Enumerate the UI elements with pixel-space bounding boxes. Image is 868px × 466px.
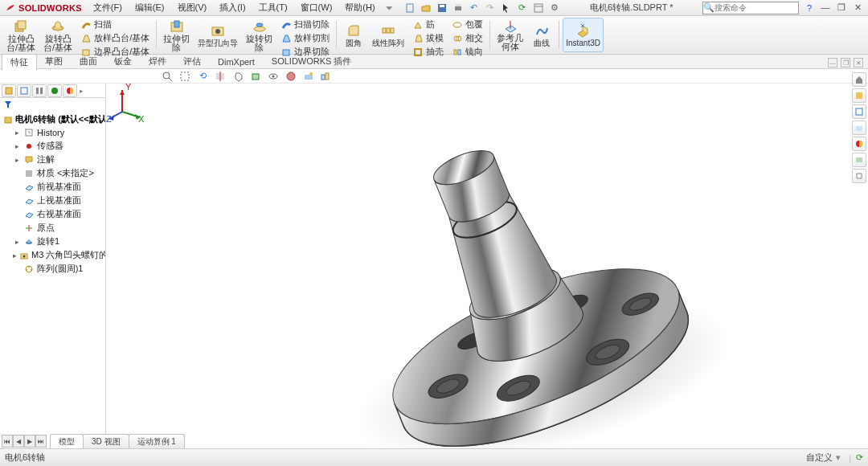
tab-model[interactable]: 模型 [50,434,84,449]
expand-icon[interactable]: ▸ [13,156,21,164]
menu-dropdown-icon[interactable]: ⏷ [385,3,394,13]
save-icon[interactable] [436,2,448,14]
tab-surfaces[interactable]: 曲面 [72,54,106,69]
close-icon[interactable]: ✕ [852,2,863,13]
tree-item-cirpat[interactable]: 阵列(圆周)1 [2,262,104,276]
ref-geometry-button[interactable]: 参考几何体 [493,18,526,52]
fillet-button[interactable]: 圆角 [340,18,367,52]
view-settings-icon[interactable] [320,70,333,83]
tab-features[interactable]: 特征 [2,54,37,71]
taskpane-home-icon[interactable] [852,72,866,87]
doc-minimize-icon[interactable]: — [828,58,837,67]
fm-tab-display[interactable] [63,84,77,97]
select-icon[interactable] [500,2,513,14]
settings-icon[interactable]: ⚙ [548,2,561,14]
section-view-icon[interactable] [214,70,227,83]
menu-help[interactable]: 帮助(H) [338,0,381,15]
hide-show-icon[interactable] [267,70,280,83]
expand-icon[interactable]: ▸ [13,238,21,246]
tab-scroll-next-icon[interactable]: ▶ [24,435,35,448]
menu-tools[interactable]: 工具(T) [252,0,294,15]
revolve-cut-button[interactable]: 旋转切除 [243,18,276,52]
tree-item-history[interactable]: ▸History [2,126,104,139]
menu-insert[interactable]: 插入(I) [213,0,252,15]
loft-button[interactable]: 放样凸台/基体 [77,31,153,45]
tab-scroll-prev-icon[interactable]: ◀ [13,435,24,448]
taskpane-library-icon[interactable] [852,104,866,119]
tab-dimxpert[interactable]: DimXpert [210,55,264,68]
zoom-area-icon[interactable] [178,70,191,83]
fm-tab-tree[interactable] [2,84,16,97]
tab-scroll-last-icon[interactable]: ⏭ [35,435,47,448]
tab-weldments[interactable]: 焊件 [141,54,175,69]
fm-tab-dimxpert[interactable] [47,84,62,97]
maximize-icon[interactable]: ❐ [836,2,847,13]
instant3d-button[interactable]: Instant3D [563,18,604,52]
tree-item-material[interactable]: 材质 <未指定> [2,166,104,180]
curves-button[interactable]: 曲线 [528,18,555,52]
tab-evaluate[interactable]: 评估 [175,54,210,69]
menu-file[interactable]: 文件(F) [87,0,129,15]
apply-scene-icon[interactable] [302,70,315,83]
wrap-button[interactable]: 包覆 [448,18,486,31]
tab-3dview[interactable]: 3D 视图 [83,434,129,449]
menu-window[interactable]: 窗口(W) [294,0,339,15]
revolve-boss-button[interactable]: 旋转凸台/基体 [40,18,76,52]
minimize-icon[interactable]: — [820,2,831,13]
options-icon[interactable] [532,2,545,14]
edit-appearance-icon[interactable] [285,70,297,83]
zoom-fit-icon[interactable] [161,70,174,83]
doc-close-icon[interactable]: ✕ [854,58,863,67]
tree-root[interactable]: 电机6转轴 (默认<<默认>_显 [2,112,104,126]
status-rebuild-icon[interactable]: ⟳ [856,452,863,463]
taskpane-explorer-icon[interactable] [852,121,866,135]
tab-sketch[interactable]: 草图 [37,54,72,69]
menu-view[interactable]: 视图(V) [171,0,214,15]
new-doc-icon[interactable] [403,2,416,14]
tree-item-plane[interactable]: 前视基准面 [2,180,104,194]
tree-item-revolve[interactable]: ▸旋转1 [2,235,104,248]
view-triad[interactable]: Y Z X [106,84,146,124]
taskpane-resources-icon[interactable] [852,88,866,103]
tab-addins[interactable]: SOLIDWORKS 插件 [264,54,361,69]
undo-icon[interactable]: ↶ [468,2,481,14]
taskpane-view-palette-icon[interactable] [852,137,866,151]
extrude-cut-button[interactable]: 拉伸切除 [160,18,193,52]
loft-cut-button[interactable]: 放样切割 [277,31,333,45]
intersect-button[interactable]: 相交 [448,31,486,45]
search-input[interactable] [714,3,787,12]
tab-motion-study[interactable]: 运动算例 1 [129,434,185,449]
sweep-button[interactable]: 扫描 [77,18,153,31]
search-command-box[interactable]: 🔍 [702,2,799,14]
tab-scroll-first-icon[interactable]: ⏮ [2,435,13,448]
expand-icon[interactable]: ▸ [13,251,17,260]
open-doc-icon[interactable] [420,2,432,14]
print-icon[interactable] [452,2,465,14]
status-dropdown-icon[interactable]: ▾ [836,452,841,463]
tree-item-origin[interactable]: 原点 [2,221,104,235]
draft-button[interactable]: 拔模 [409,31,447,45]
prev-view-icon[interactable]: ⟲ [196,70,209,83]
taskpane-custom-icon[interactable] [852,169,866,183]
tree-item-plane[interactable]: 右视基准面 [2,207,104,221]
tree-item-plane[interactable]: 上视基准面 [2,194,104,207]
rebuild-icon[interactable]: ⟳ [516,2,529,14]
display-style-icon[interactable] [249,70,262,83]
fm-tab-config[interactable] [32,84,47,97]
fm-tab-more-icon[interactable]: ▸ [80,87,84,95]
tree-item-hole[interactable]: ▸M3 六角凹头螺钉的柱形沉 [2,248,104,262]
hole-wizard-button[interactable]: 异型孔向导 [194,18,241,52]
taskpane-appearances-icon[interactable] [852,153,866,167]
tab-sheetmetal[interactable]: 钣金 [106,54,141,69]
status-units[interactable]: 自定义 [806,452,833,464]
view-orientation-icon[interactable] [231,70,244,83]
sweep-cut-button[interactable]: 扫描切除 [277,18,333,31]
redo-icon[interactable]: ↷ [484,2,497,14]
fm-filter-row[interactable] [0,98,105,111]
tree-item-annot[interactable]: ▸注解 [2,153,104,166]
help-icon[interactable]: ? [804,3,815,13]
rib-button[interactable]: 筋 [409,18,447,31]
menu-edit[interactable]: 编辑(E) [129,0,171,15]
expand-icon[interactable]: ▸ [13,129,21,137]
graphics-viewport[interactable]: Y Z X [106,84,868,448]
